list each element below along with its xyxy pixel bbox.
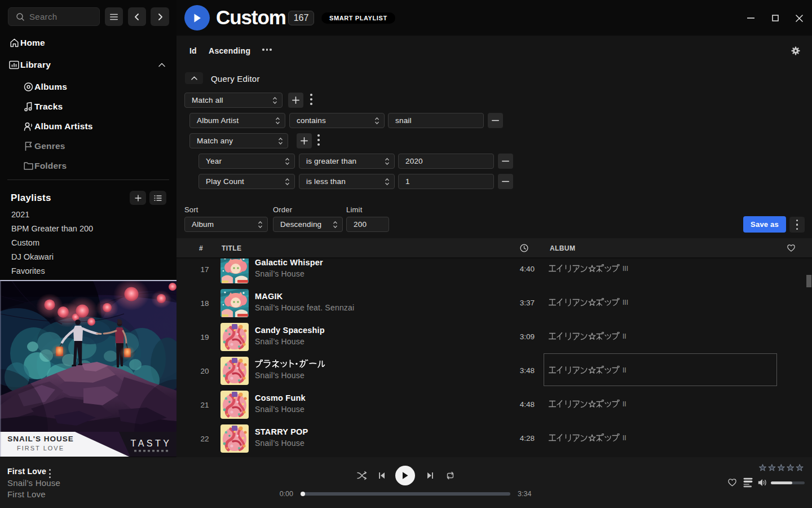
svg-text:SNAIL'S HOUSE: SNAIL'S HOUSE bbox=[7, 435, 73, 443]
svg-text:TASTY: TASTY bbox=[131, 439, 172, 448]
svg-text:FIRST LOVE: FIRST LOVE bbox=[17, 445, 64, 452]
